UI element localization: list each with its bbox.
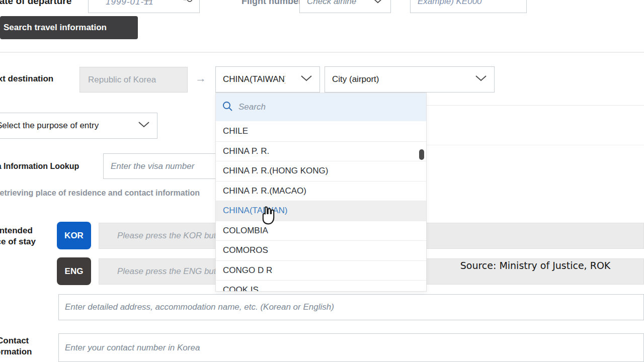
dropdown-option[interactable]: CHINA(TAIWAN) <box>216 201 426 221</box>
dropdown-search-field[interactable]: Search <box>216 93 426 121</box>
source-caption: Source: Ministry of Justice, ROK <box>427 260 644 271</box>
chevron-down-icon <box>475 74 487 84</box>
dropdown-list: CHILECHINA P. R.CHINA P. R.(HONG KONG)CH… <box>216 121 426 292</box>
visa-information-lookup-label: Visa Information Lookup <box>0 162 79 171</box>
section-divider <box>0 52 644 53</box>
contact-number-input[interactable]: Enter your contact number in Korea <box>58 333 644 362</box>
departure-date-input[interactable]: 1999-01-11 <box>88 0 200 13</box>
flight-number-placeholder: Example) KE000 <box>418 0 482 7</box>
chevron-down-icon <box>372 0 383 7</box>
contact-information-label: Contact <box>0 336 29 346</box>
dropdown-option[interactable]: CHINA P. R.(HONG KONG) <box>216 161 426 181</box>
airline-select[interactable]: Check airline <box>299 0 391 13</box>
next-destination-label: Next destination <box>0 74 53 84</box>
visa-number-placeholder: Enter the visa number <box>111 161 194 171</box>
flight-number-label: Flight number <box>242 0 302 7</box>
search-icon <box>222 101 233 114</box>
city-airport-select[interactable]: City (airport) <box>325 66 495 93</box>
dropdown-option[interactable]: COMOROS <box>216 240 426 260</box>
dropdown-search-placeholder: Search <box>238 102 266 112</box>
dropdown-option-label: CHINA P. R.(HONG KONG) <box>223 166 328 176</box>
dropdown-option-label: COOK IS. <box>223 285 261 292</box>
chevron-down-icon <box>300 74 312 84</box>
dropdown-option[interactable]: CHILE <box>216 121 426 141</box>
eng-keyboard-button[interactable]: ENG <box>57 257 91 285</box>
arrow-right-icon: → <box>195 72 206 85</box>
intended-place-of-stay-label: Intended <box>0 226 33 236</box>
dropdown-option-label: CHINA P. R. <box>223 146 269 156</box>
purpose-of-entry-select[interactable]: Select the purpose of entry <box>0 113 157 139</box>
detailed-address-input[interactable]: Enter detailed address, accommodation na… <box>58 294 644 320</box>
dropdown-option[interactable]: CONGO D R <box>216 260 426 281</box>
dropdown-option[interactable]: CHINA P. R.(MACAO) <box>216 181 426 201</box>
country-dropdown-panel: Search CHILECHINA P. R.CHINA P. R.(HONG … <box>215 93 427 292</box>
detailed-address-placeholder: Enter detailed address, accommodation na… <box>65 302 334 312</box>
travel-declaration-form: Date of departure 1999-01-11 Flight numb… <box>0 0 644 362</box>
dropdown-option-label: CHINA(TAIWAN) <box>223 206 287 216</box>
contact-number-placeholder: Enter your contact number in Korea <box>65 343 200 353</box>
origin-country-field: Republic of Korea <box>79 67 188 93</box>
dropdown-option[interactable]: COLOMBIA <box>216 221 426 241</box>
flight-number-input[interactable]: Example) KE000 <box>410 0 527 13</box>
residence-retrieval-note: Retrieving place of residence and contac… <box>0 189 200 198</box>
intended-place-of-stay-label: place of stay <box>0 237 36 247</box>
airline-placeholder: Check airline <box>307 0 356 7</box>
dropdown-option[interactable]: CHINA P. R. <box>216 141 426 161</box>
hand-cursor-icon <box>258 205 278 229</box>
purpose-of-entry-placeholder: Select the purpose of entry <box>0 121 99 131</box>
search-travel-information-button[interactable]: Search travel information <box>0 16 138 39</box>
background-row-border <box>427 145 644 145</box>
dropdown-scrollbar-thumb[interactable] <box>419 149 424 160</box>
dropdown-option-label: CHINA P. R.(MACAO) <box>223 186 306 196</box>
background-row-border <box>427 105 644 106</box>
chevron-down-icon <box>138 121 150 131</box>
destination-country-value: CHINA(TAIWAN) <box>223 74 285 84</box>
destination-country-select[interactable]: CHINA(TAIWAN) <box>215 66 320 93</box>
dropdown-option-label: CHILE <box>223 126 248 136</box>
calendar-clock-icon[interactable] <box>182 0 193 6</box>
city-airport-placeholder: City (airport) <box>332 74 379 84</box>
kor-keyboard-button[interactable]: KOR <box>57 222 91 249</box>
dropdown-option-label: CONGO D R <box>223 265 272 276</box>
dropdown-option[interactable]: COOK IS. <box>216 280 426 292</box>
dropdown-option-label: COMOROS <box>223 245 268 255</box>
date-of-departure-label: Date of departure <box>0 0 71 7</box>
contact-information-label: information <box>0 347 32 357</box>
